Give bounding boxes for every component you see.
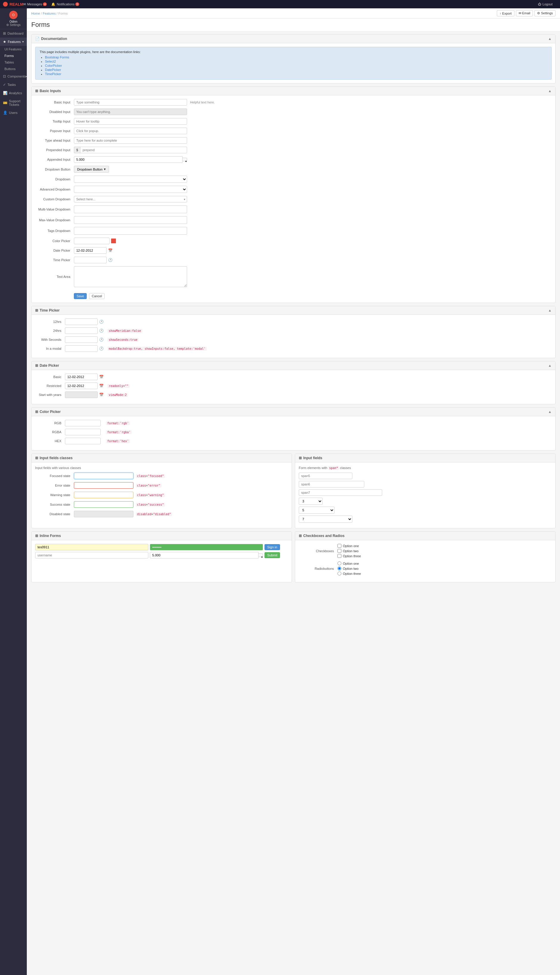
sidebar-item-analytics[interactable]: 📊 Analytics (0, 89, 27, 97)
checkbox-3[interactable] (337, 554, 342, 558)
messages-nav[interactable]: ✉ Messages 4 (23, 2, 47, 6)
checkbox-item-1[interactable]: Option one (337, 544, 361, 548)
select-3[interactable]: 3 (299, 498, 323, 505)
color-preview-swatch[interactable] (111, 239, 116, 243)
multivalue-dropdown[interactable] (74, 206, 187, 213)
sidebar-item-dashboard[interactable]: ⊞ Dashboard (0, 29, 27, 38)
sidebar-item-ui-features[interactable]: UI Features (0, 46, 27, 52)
date-years-input[interactable] (65, 391, 98, 398)
notifications-nav[interactable]: 🔔 Notifications 5 (51, 2, 79, 6)
calendar-years-icon[interactable]: 📅 (99, 393, 104, 397)
maxvalue-dropdown[interactable] (74, 216, 187, 224)
color-picker-input[interactable] (74, 237, 110, 244)
dropdown-button[interactable]: Dropdown Button ▾ (74, 166, 109, 173)
sidebar-item-users[interactable]: 👤 Users (0, 109, 27, 117)
prepended-input[interactable] (80, 147, 187, 153)
input-span5[interactable] (299, 473, 352, 479)
radio-item-2[interactable]: Option two (337, 567, 361, 570)
email-button[interactable]: ✉ Email (516, 10, 533, 17)
clock-24hr-icon[interactable]: 🕐 (99, 329, 104, 333)
checkbox-item-3[interactable]: Option three (337, 554, 361, 558)
sidebar-item-features[interactable]: ★ Features ▾ (0, 38, 27, 46)
basic-input[interactable] (74, 99, 187, 105)
breadcrumb-features[interactable]: Features (43, 12, 56, 15)
date-basic-input[interactable] (65, 374, 98, 380)
radio-item-1[interactable]: Option one (337, 562, 361, 565)
sidebar-item-components[interactable]: ⊡ Components ▸ (0, 72, 27, 80)
date-restricted-input[interactable] (65, 383, 98, 389)
collapse-datepicker-icon[interactable]: ▲ (548, 363, 552, 368)
date-picker-input[interactable] (74, 247, 107, 254)
collapse-basic-icon[interactable]: ▲ (548, 89, 552, 93)
sidebar-item-tables[interactable]: Tables (0, 59, 27, 65)
advanced-dropdown-select[interactable] (74, 186, 187, 193)
clock-modal-icon[interactable]: 🕐 (99, 346, 104, 351)
warning-state-input[interactable] (74, 492, 133, 498)
success-state-input[interactable] (74, 501, 133, 508)
doc-link-select2[interactable]: Select2 (45, 60, 56, 63)
focused-state-input[interactable] (74, 473, 133, 479)
sign-in-button[interactable]: Sign in (265, 544, 280, 550)
calendar-icon[interactable]: 📅 (108, 248, 113, 253)
dropdown-select[interactable] (74, 176, 187, 183)
clock-12hr-icon[interactable]: 🕐 (99, 319, 104, 324)
textarea-input[interactable] (74, 266, 187, 287)
doc-link-datepicker[interactable]: DatePicker (45, 68, 61, 72)
custom-dropdown-input[interactable] (74, 196, 187, 202)
inline-amount-spinner[interactable]: ▲ (258, 554, 263, 557)
appended-input[interactable] (74, 156, 183, 163)
time-modal-input[interactable] (65, 345, 98, 352)
clock-icon[interactable]: 🕐 (108, 258, 113, 262)
export-button[interactable]: ↑ Export (497, 10, 514, 17)
color-rgb-input[interactable] (65, 420, 101, 426)
error-state-input[interactable] (74, 482, 133, 489)
select-7[interactable]: 7 (299, 515, 352, 523)
time-12hr-input[interactable] (65, 318, 98, 325)
doc-link-colorpicker[interactable]: ColorPicker (45, 64, 62, 67)
logout-btn[interactable]: ⏻ Logout (538, 2, 553, 6)
doc-link-timepicker[interactable]: TimePicker (45, 72, 62, 76)
collapse-doc-icon[interactable]: ▲ (548, 37, 552, 41)
inline-username-input[interactable] (35, 544, 148, 550)
calendar-restricted-icon[interactable]: 📅 (99, 384, 104, 388)
brand-logo[interactable]: REALM (3, 2, 23, 7)
popover-input[interactable] (74, 128, 187, 134)
inline-password-input[interactable] (150, 544, 263, 550)
breadcrumb-home[interactable]: Home (31, 12, 40, 15)
radio-2[interactable] (337, 567, 342, 570)
save-button[interactable]: Save (74, 293, 87, 299)
radio-item-3[interactable]: Option three (337, 572, 361, 575)
sidebar-item-buttons[interactable]: Buttons (0, 65, 27, 72)
sidebar-item-tasks[interactable]: ✓ Tasks (0, 80, 27, 89)
sidebar-item-forms[interactable]: Forms (0, 52, 27, 59)
input-span6[interactable] (299, 481, 364, 487)
tags-dropdown[interactable] (74, 227, 187, 235)
inline-amount-input[interactable] (150, 552, 258, 559)
calendar-basic-icon[interactable]: 📅 (99, 375, 104, 379)
checkbox-1[interactable] (337, 544, 342, 548)
checkbox-2[interactable] (337, 549, 342, 553)
sidebar-item-support[interactable]: 🎫 Support Tickets (0, 97, 27, 109)
time-24hr-input[interactable] (65, 328, 98, 334)
color-rgba-input[interactable] (65, 429, 101, 435)
clock-seconds-icon[interactable]: 🕐 (99, 338, 104, 342)
radio-3[interactable] (337, 572, 342, 575)
submit-button[interactable]: Submit (265, 552, 280, 558)
doc-link-bootstrap[interactable]: Bootstrap Forms (45, 55, 69, 59)
tooltip-input[interactable] (74, 118, 187, 125)
color-hex-input[interactable] (65, 438, 101, 444)
append-spinner[interactable]: ▲ (183, 158, 187, 161)
collapse-timepicker-icon[interactable]: ▲ (548, 308, 552, 313)
input-span7[interactable] (299, 489, 382, 496)
select-5[interactable]: 5 (299, 507, 335, 514)
inline-username2-input[interactable] (35, 552, 148, 559)
cancel-button[interactable]: Cancel (89, 293, 105, 299)
settings-link[interactable]: ⚙ Settings (6, 23, 20, 27)
collapse-colorpicker-icon[interactable]: ▲ (548, 410, 552, 414)
checkbox-item-2[interactable]: Option two (337, 549, 361, 553)
time-picker-input[interactable] (74, 257, 107, 263)
typeahead-input[interactable] (74, 137, 187, 144)
settings-button[interactable]: ⚙ Settings (534, 10, 555, 17)
radio-1[interactable] (337, 562, 342, 565)
time-seconds-input[interactable] (65, 336, 98, 343)
